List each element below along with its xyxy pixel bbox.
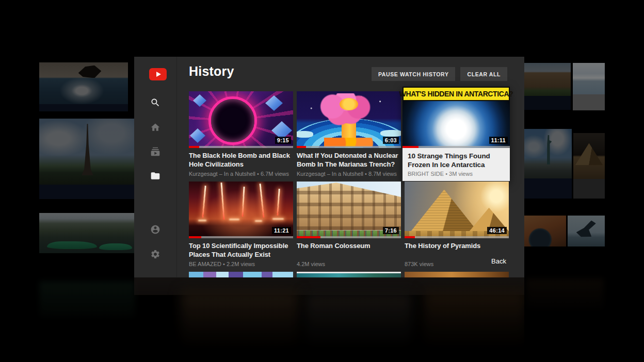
horizon-light <box>229 219 239 220</box>
header-buttons: PAUSE WATCH HISTORY CLEAR ALL <box>372 67 507 81</box>
green-boat <box>99 243 132 250</box>
watch-progress-fill <box>403 146 418 148</box>
video-card-impossible-places[interactable]: 11:21 Top 10 Scientifically Impossible P… <box>189 182 293 267</box>
video-thumbnail-partial[interactable] <box>189 272 293 277</box>
background-thumbnail-eiffel <box>39 119 136 199</box>
reflection-blob <box>181 291 299 353</box>
eiffel-tower-image <box>39 119 136 185</box>
pyramid-desert-image <box>573 133 605 179</box>
video-title: The Black Hole Bomb and Black Hole Civil… <box>189 152 293 169</box>
video-title: What If You Detonated a Nuclear Bomb In … <box>297 152 401 169</box>
sidebar-item-home[interactable] <box>150 122 160 133</box>
video-title: The History of Pyramids <box>405 242 509 259</box>
page-title: History <box>189 64 234 79</box>
background-tile-infobar <box>39 185 136 199</box>
sidebar-item-account[interactable] <box>150 224 160 235</box>
lightning-bolt <box>202 186 206 218</box>
lightning-bolt <box>260 184 265 218</box>
home-icon <box>150 122 160 133</box>
colosseum-building <box>297 183 401 230</box>
video-card-nuclear-bomb-trench[interactable]: 6:03 What If You Detonated a Nuclear Bom… <box>297 91 401 177</box>
video-title: Top 10 Scientifically Impossible Places … <box>189 242 293 259</box>
background-tile-infobar <box>524 178 572 199</box>
account-icon <box>150 224 160 235</box>
video-meta: BRIGHT SIDE • 3M views <box>408 171 505 177</box>
crystal-shape <box>190 128 205 143</box>
duration-badge: 9:15 <box>275 137 291 144</box>
background-tile-infobar <box>573 179 605 199</box>
lightning-bolt <box>242 187 245 217</box>
colosseum-image <box>524 63 571 96</box>
background-thumbnail-lake-boats <box>39 213 136 253</box>
crystal-shape <box>265 95 283 111</box>
duration-badge: 7:16 <box>383 227 399 234</box>
watch-progress-track <box>297 236 401 238</box>
clear-all-button[interactable]: CLEAR ALL <box>460 67 507 81</box>
reflection-blob <box>304 293 413 352</box>
sidebar-item-search[interactable] <box>150 97 160 108</box>
sidebar-item-subscriptions[interactable] <box>150 146 160 157</box>
back-label[interactable]: Back <box>491 257 506 265</box>
video-card-antarctica-focused[interactable]: WHAT'S HIDDEN IN ANTARCTICA? 11:11 10 St… <box>403 87 510 181</box>
video-meta: Kurzgesagt – In a Nutshell • 6.7M views <box>189 171 293 177</box>
background-thumbnail-colosseum <box>524 63 571 110</box>
thumbnail-banner: WHAT'S HIDDEN IN ANTARCTICA? <box>403 87 510 101</box>
statue-figure <box>545 135 552 165</box>
video-card-history-of-pyramids[interactable]: 46:14 The History of Pyramids 873K views <box>405 182 509 267</box>
iceberg-shape <box>380 130 401 137</box>
background-thumbnail-whale <box>568 216 605 246</box>
watch-progress-track <box>189 146 293 148</box>
side-reflection-left <box>39 281 135 317</box>
tv-screen: History PAUSE WATCH HISTORY CLEAR ALL 9:… <box>0 0 644 362</box>
video-thumbnail: 11:11 <box>403 101 510 148</box>
watch-progress-fill <box>297 146 306 148</box>
duration-badge: 6:03 <box>383 137 399 144</box>
large-pyramid <box>411 189 477 231</box>
horizon-light <box>255 220 262 222</box>
mountain-lake-image <box>573 63 605 94</box>
pause-watch-history-button[interactable]: PAUSE WATCH HISTORY <box>372 67 455 81</box>
background-thumbnail-jet-ski <box>39 62 128 111</box>
watch-progress-fill <box>189 146 199 148</box>
eiffel-tower-silhouette <box>82 124 93 175</box>
video-meta: 4.2M views <box>297 261 401 267</box>
watch-progress-fill <box>405 236 415 238</box>
duration-badge: 46:14 <box>487 227 507 234</box>
folder-icon <box>150 171 160 181</box>
video-thumbnail: 7:16 <box>297 182 401 238</box>
subscriptions-icon <box>150 146 160 157</box>
watch-progress-fill <box>297 236 320 238</box>
whale-figure <box>575 220 598 238</box>
jet-ski-rider <box>78 65 102 78</box>
video-thumbnail-partial[interactable] <box>297 272 401 277</box>
search-icon <box>150 97 160 108</box>
video-title: 10 Strange Things Found Frozen In Ice An… <box>408 152 505 169</box>
lake-boats-image <box>39 213 136 253</box>
panel-reflection <box>134 277 524 360</box>
gear-icon <box>150 249 160 259</box>
crystal-shape <box>193 94 206 107</box>
sidebar-item-settings[interactable] <box>150 249 160 259</box>
video-thumbnail: 6:03 <box>297 91 401 148</box>
iceberg-shape <box>297 131 313 138</box>
video-card-roman-colosseum[interactable]: 7:16 The Roman Colosseum 4.2M views <box>297 182 401 267</box>
banner-text: WHAT'S HIDDEN IN ANTARCTICA? <box>404 88 509 100</box>
video-meta: BE AMAZED • 2.2M views <box>189 261 293 267</box>
watch-progress-track <box>297 146 401 148</box>
focused-info-panel: 10 Strange Things Found Frozen In Ice An… <box>403 148 510 181</box>
statue-of-liberty-image <box>524 129 572 178</box>
breaching-whale-image <box>568 216 605 246</box>
background-tile-infobar <box>573 94 605 110</box>
watch-progress-track <box>405 236 509 238</box>
side-reflection-right <box>526 278 604 309</box>
video-card-black-hole-bomb[interactable]: 9:15 The Black Hole Bomb and Black Hole … <box>189 91 293 177</box>
background-thumbnail-mountain-lake <box>573 63 605 110</box>
horizon-light <box>198 220 206 221</box>
video-thumbnail: 46:14 <box>405 182 509 238</box>
video-thumbnail: 9:15 <box>189 91 293 148</box>
sidebar-item-library[interactable] <box>150 171 160 181</box>
history-panel: History PAUSE WATCH HISTORY CLEAR ALL 9:… <box>134 57 524 277</box>
video-thumbnail-partial[interactable] <box>405 272 509 277</box>
youtube-logo[interactable] <box>149 68 167 80</box>
background-tile-infobar <box>524 96 571 110</box>
